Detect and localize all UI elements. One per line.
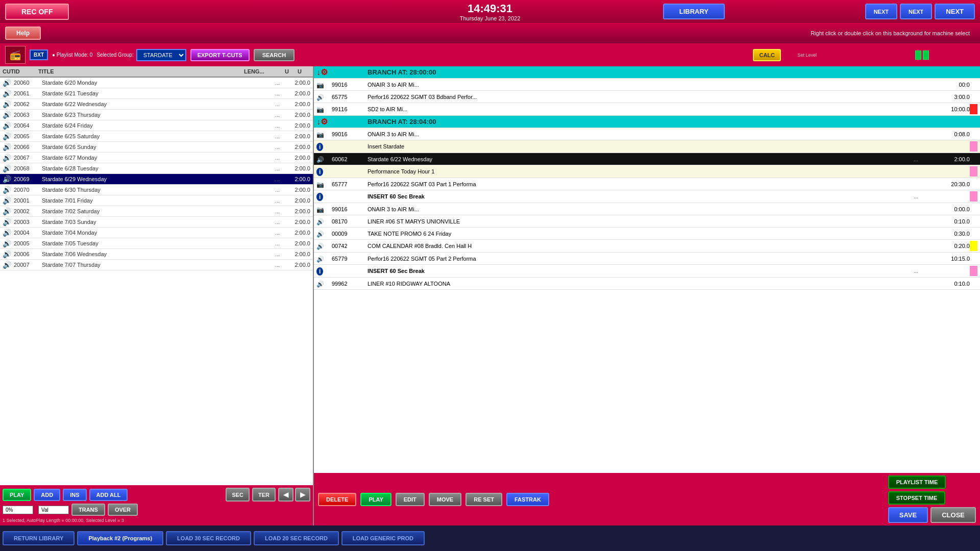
library-list-item[interactable]: 🔊 20064 Stardate 6/24 Friday ... 2:00.0 (0, 120, 313, 131)
taskbar-item[interactable]: LOAD GENERIC PROD (341, 531, 425, 545)
library-list-item[interactable]: 🔊 20001 Stardate 7/01 Friday ... 2:00.0 (0, 195, 313, 206)
playlist-row[interactable]: 📷 99016 ONAIR 3 to AIR Mi... 0:08.0 (314, 128, 980, 140)
library-list-item[interactable]: 🔊 20002 Stardate 7/02 Saturday ... 2:00.… (0, 206, 313, 217)
right-bottom-buttons: PLAYLIST TIME STOPSET TIME SAVE CLOSE (888, 475, 976, 523)
playlist-row-length: 0:20.0 (929, 243, 970, 249)
playlist-row[interactable]: ↓⚙ BRANCH AT: 28:04:00 (314, 116, 980, 128)
library-list-item[interactable]: 🔊 20060 Stardate 6/20 Monday ... 2:00.0 (0, 78, 313, 88)
progress-bar-area (915, 51, 929, 60)
library-list-item[interactable]: 🔊 20068 Stardate 6/28 Tuesday ... 2:00.0 (0, 163, 313, 174)
library-button[interactable]: LIBRARY (663, 4, 725, 19)
library-list-item[interactable]: 🔊 20007 Stardate 7/07 Thursday ... 2:00.… (0, 260, 313, 270)
playlist-row[interactable]: i INSERT 60 Sec Break ... (314, 265, 980, 278)
library-list-item[interactable]: 🔊 20067 Stardate 6/27 Monday ... 2:00.0 (0, 153, 313, 163)
help-button[interactable]: Help (5, 27, 41, 40)
row-title: Stardate 6/26 Sunday (42, 144, 264, 150)
fasttrack-button[interactable]: FASTRAK (506, 493, 549, 506)
save-button[interactable]: SAVE (888, 507, 928, 523)
playlist-row[interactable]: 🔊 60062 Stardate 6/22 Wednesday ... 2:00… (314, 153, 980, 165)
row-dots: ... (264, 144, 280, 150)
over-button[interactable]: OVER (108, 504, 138, 516)
delete-button[interactable]: DELETE (318, 493, 356, 506)
library-list-item[interactable]: 🔊 20005 Stardate 7/05 Tuesday ... 2:00.0 (0, 238, 313, 249)
sec-ter-buttons: SEC TER ◀ ▶ (226, 488, 310, 502)
library-list-item[interactable]: 🔊 20063 Stardate 6/23 Thursday ... 2:00.… (0, 110, 313, 120)
playlist-row[interactable]: 🔊 65775 Perfor16 220622 SGMT 03 Bdband P… (314, 91, 980, 103)
row-length: 2:00.0 (280, 208, 310, 214)
taskbar-item[interactable]: LOAD 30 SEC RECORD (166, 531, 251, 545)
playlist-row-cutid: 60062 (332, 156, 368, 162)
edit-button[interactable]: EDIT (396, 493, 425, 506)
ter-button[interactable]: TER (252, 488, 276, 502)
add-all-button[interactable]: ADD ALL (89, 489, 128, 501)
playlist-row-icon: 📷 (316, 105, 332, 113)
playlist-row-cutid: 65779 (332, 256, 368, 262)
playlist-row[interactable]: 🔊 65779 Perfor16 220622 SGMT 05 Part 2 P… (314, 253, 980, 265)
row-cutid: 20062 (14, 101, 42, 107)
row-dots: ... (264, 90, 280, 96)
speaker-icon: 🔊 (316, 231, 324, 238)
taskbar-item[interactable]: RETURN LIBRARY (3, 531, 75, 545)
library-list-item[interactable]: 🔊 20070 Stardate 6/30 Thursday ... 2:00.… (0, 185, 313, 195)
export-button[interactable]: EXPORT T-CUTS (190, 49, 250, 61)
row-length: 2:00.0 (280, 133, 310, 139)
playlist-row-icon: i (316, 167, 332, 176)
trans-button[interactable]: TRANS (71, 504, 105, 516)
playlist-row[interactable]: 🔊 99962 LINER #10 RIDGWAY ALTOONA 0:10.0 (314, 278, 980, 290)
clock-time: 14:49:31 (460, 2, 521, 15)
row-title: Stardate 6/20 Monday (42, 80, 264, 86)
nav-next-button[interactable]: ▶ (295, 488, 310, 502)
playlist-row[interactable]: 📷 99016 ONAIR 3 to AIR Mi... 0:00.0 (314, 203, 980, 215)
save-close-row: SAVE CLOSE (888, 507, 976, 523)
calc-button[interactable]: CALC (753, 49, 781, 61)
library-list-item[interactable]: 🔊 20006 Stardate 7/06 Wednesday ... 2:00… (0, 249, 313, 260)
taskbar-item[interactable]: LOAD 20 SEC RECORD (254, 531, 339, 545)
playlist-row[interactable]: 🔊 00742 COM CALENDAR #08 Bradld. Cen Hal… (314, 240, 980, 253)
row-length: 2:00.0 (280, 165, 310, 171)
next-button-2[interactable]: NEXT (900, 4, 932, 19)
nav-prev-button[interactable]: ◀ (278, 488, 293, 502)
reset-button[interactable]: RE SET (465, 493, 502, 506)
input-field-1[interactable] (3, 506, 33, 514)
playlist-play-button[interactable]: PLAY (360, 493, 391, 506)
sec-button[interactable]: SEC (226, 488, 250, 502)
row-cutid: 20063 (14, 112, 42, 118)
play-button[interactable]: PLAY (3, 489, 31, 501)
add-button[interactable]: ADD (34, 489, 60, 501)
playlist-row-title: ONAIR 3 to AIR Mi... (368, 206, 914, 212)
library-list-item[interactable]: 🔊 20003 Stardate 7/03 Sunday ... 2:00.0 (0, 217, 313, 228)
playlist-row[interactable]: i Insert Stardate (314, 140, 980, 153)
playlist-row[interactable]: 🔊 00009 TAKE NOTE PROMO 6 24 Friday 0:30… (314, 228, 980, 240)
row-cutid: 20005 (14, 240, 42, 246)
row-cutid: 20069 (14, 176, 42, 182)
next-button-1[interactable]: NEXT (865, 4, 897, 19)
row-title: Stardate 6/27 Monday (42, 155, 264, 161)
playlist-row[interactable]: 📷 99116 SD2 to AIR Mi... 10:00.0 (314, 103, 980, 116)
library-list-item[interactable]: 🔊 20066 Stardate 6/26 Sunday ... 2:00.0 (0, 142, 313, 153)
ins-button[interactable]: INS (63, 489, 86, 501)
playlist-row[interactable]: i INSERT 60 Sec Break ... (314, 190, 980, 203)
row-title: Stardate 6/21 Tuesday (42, 90, 264, 96)
rec-off-button[interactable]: REC OFF (5, 4, 69, 20)
input-field-2[interactable] (38, 506, 69, 514)
playlist-row[interactable]: 📷 65777 Perfor16 220622 SGMT 03 Part 1 P… (314, 178, 980, 190)
library-list-item[interactable]: 🔊 20065 Stardate 6/25 Saturday ... 2:00.… (0, 131, 313, 142)
playlist-row[interactable]: ↓⚙ BRANCH AT: 28:00:00 (314, 66, 980, 79)
group-dropdown[interactable]: STARDATE (136, 49, 186, 61)
playlist-time-button[interactable]: PLAYLIST TIME (888, 475, 946, 489)
next-main-button[interactable]: NEXT (935, 4, 975, 19)
stopset-time-button[interactable]: STOPSET TIME (888, 491, 945, 505)
move-button[interactable]: MOVE (429, 493, 461, 506)
playlist-row[interactable]: 📷 99016 ONAIR 3 to AIR Mi... 00:0 (314, 79, 980, 91)
taskbar-item[interactable]: Playback #2 (Programs) (77, 531, 163, 545)
library-list-item[interactable]: 🔊 20004 Stardate 7/04 Monday ... 2:00.0 (0, 228, 313, 238)
playlist-row[interactable]: i Performance Today Hour 1 (314, 165, 980, 178)
library-list-item[interactable]: 🔊 20069 Stardate 6/29 Wednesday ... 2:00… (0, 174, 313, 185)
playlist-row[interactable]: 🔊 08170 LINER #06 ST MARYS UNIONVILLE 0:… (314, 215, 980, 228)
library-list-item[interactable]: 🔊 20062 Stardate 6/22 Wednesday ... 2:00… (0, 99, 313, 110)
color-indicator (970, 266, 977, 276)
search-button[interactable]: SEARCH (254, 49, 295, 61)
library-list-item[interactable]: 🔊 20061 Stardate 6/21 Tuesday ... 2:00.0 (0, 88, 313, 99)
close-button[interactable]: CLOSE (930, 507, 976, 523)
row-speaker-icon: 🔊 (3, 143, 14, 151)
